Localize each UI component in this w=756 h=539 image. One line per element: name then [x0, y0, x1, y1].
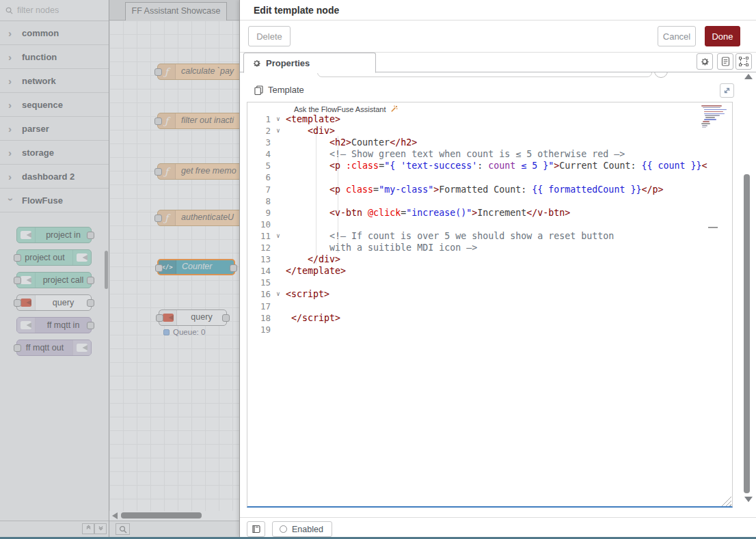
template-field-label: Template — [268, 85, 304, 95]
scrolled-button-edge — [654, 72, 675, 79]
code-line-5: 5 <p :class="{ 'text-success': count ≤ 5… — [247, 160, 732, 171]
node-description-button[interactable] — [717, 53, 733, 70]
line-number: 4 — [247, 148, 271, 160]
template-field-row: Template — [254, 85, 304, 95]
assistant-prompt-label: Ask the FlowFuse Assistant — [294, 105, 386, 113]
code-line-14: 14</template> — [247, 265, 732, 277]
line-number: 16 — [247, 288, 271, 300]
fold-gutter — [271, 137, 286, 148]
node-enabled-toggle[interactable]: Enabled — [272, 521, 332, 537]
editor-resize-handle[interactable] — [721, 496, 731, 506]
gear-icon — [700, 57, 710, 66]
line-number: 8 — [247, 195, 271, 207]
fold-arrow-icon[interactable]: ∨ — [271, 230, 286, 242]
code-line-13: 13 </div> — [247, 253, 732, 265]
tray-scroll-down-arrow[interactable] — [744, 497, 753, 502]
fold-gutter — [271, 242, 286, 253]
done-button[interactable]: Done — [705, 26, 740, 46]
tray-footer: Enabled — [240, 517, 756, 538]
copy-icon — [254, 85, 263, 95]
code-line-15: 15 — [247, 277, 732, 288]
tab-properties-label: Properties — [266, 58, 310, 68]
line-number: 7 — [247, 184, 271, 195]
tray-title: Edit template node — [240, 0, 756, 20]
line-number: 19 — [247, 324, 271, 335]
fold-gutter — [271, 148, 286, 160]
delete-button[interactable]: Delete — [248, 26, 291, 46]
fold-gutter — [271, 301, 286, 312]
code-line-1: 1∨<template> — [247, 113, 732, 125]
expand-icon — [723, 87, 731, 94]
fold-arrow-icon[interactable]: ∨ — [271, 125, 286, 137]
line-number: 2 — [247, 125, 271, 137]
expand-editor-button[interactable] — [720, 83, 734, 98]
fold-gutter — [271, 160, 286, 171]
line-number: 12 — [247, 242, 271, 253]
fold-gutter — [271, 253, 286, 265]
code-line-12: 12 with a suitible MDI icon —> — [247, 242, 732, 253]
fold-gutter — [271, 207, 286, 219]
code-line-7: 7 <p class="my-class">Formatted Count: {… — [247, 184, 732, 195]
code-line-9: 9 <v-btn @click="increase()">Increment</… — [247, 207, 732, 219]
book-icon — [252, 525, 261, 534]
fold-arrow-icon[interactable]: ∨ — [271, 288, 286, 300]
editor-tab-row: Properties — [240, 53, 756, 72]
fold-gutter — [271, 195, 286, 207]
line-number: 13 — [247, 253, 271, 265]
line-number: 1 — [247, 113, 271, 125]
scrolled-field-edge — [317, 72, 653, 79]
line-number: 18 — [247, 312, 271, 324]
library-button[interactable] — [247, 521, 265, 537]
code-line-19: 19 — [247, 324, 732, 335]
code-line-18: 18 </script> — [247, 312, 732, 324]
minimap[interactable] — [701, 105, 729, 129]
code-lines: 1∨<template>2∨ <div>3 <h2>Counter</h2>4 … — [247, 113, 732, 335]
assistant-prompt[interactable]: Ask the FlowFuse Assistant — [294, 105, 399, 113]
code-line-4: 4 <!— Show green text when count is ≤ 5 … — [247, 148, 732, 160]
cancel-button[interactable]: Cancel — [658, 26, 696, 46]
code-line-17: 17 — [247, 301, 732, 312]
line-number: 9 — [247, 207, 271, 219]
line-number: 15 — [247, 277, 271, 288]
modal-dim-overlay — [0, 0, 239, 539]
line-number: 14 — [247, 265, 271, 277]
enabled-circle-icon — [280, 525, 287, 533]
line-number: 5 — [247, 160, 271, 171]
overview-ruler-mark — [708, 227, 718, 228]
tab-properties[interactable]: Properties — [243, 53, 376, 73]
node-properties-button[interactable] — [697, 53, 713, 70]
code-line-10: 10 — [247, 219, 732, 230]
line-number: 3 — [247, 137, 271, 148]
tray-actions: Delete Cancel Done — [240, 20, 756, 53]
gear-icon — [252, 59, 261, 68]
fold-gutter — [271, 324, 286, 335]
code-line-8: 8 — [247, 195, 732, 207]
edit-template-node-tray: Edit template node Delete Cancel Done Pr… — [239, 0, 756, 537]
magic-wand-icon — [390, 105, 399, 113]
code-line-3: 3 <h2>Counter</h2> — [247, 137, 732, 148]
fold-gutter — [271, 265, 286, 277]
line-number: 17 — [247, 301, 271, 312]
enabled-label: Enabled — [292, 525, 323, 534]
fold-gutter — [271, 219, 286, 230]
document-icon — [721, 57, 730, 66]
code-line-11: 11∨ <!— If count is over 5 we should sho… — [247, 230, 732, 242]
code-line-16: 16∨<script> — [247, 288, 732, 300]
fold-gutter — [271, 277, 286, 288]
selection-frame-icon — [739, 57, 748, 66]
node-red-editor: filter nodes › common› function› network… — [0, 0, 756, 539]
fold-arrow-icon[interactable]: ∨ — [271, 113, 286, 125]
fold-gutter — [271, 171, 286, 183]
line-number: 6 — [247, 171, 271, 183]
line-number: 10 — [247, 219, 271, 230]
node-appearance-button[interactable] — [735, 53, 752, 70]
line-number: 11 — [247, 230, 271, 242]
tray-scrollbar-thumb[interactable] — [744, 174, 750, 493]
code-editor[interactable]: Ask the FlowFuse Assistant 1∨<template>2… — [247, 102, 733, 508]
fold-gutter — [271, 184, 286, 195]
code-line-6: 6 — [247, 171, 732, 183]
code-line-2: 2∨ <div> — [247, 125, 732, 137]
fold-gutter — [271, 312, 286, 324]
tray-scroll-up-arrow[interactable] — [744, 74, 753, 79]
